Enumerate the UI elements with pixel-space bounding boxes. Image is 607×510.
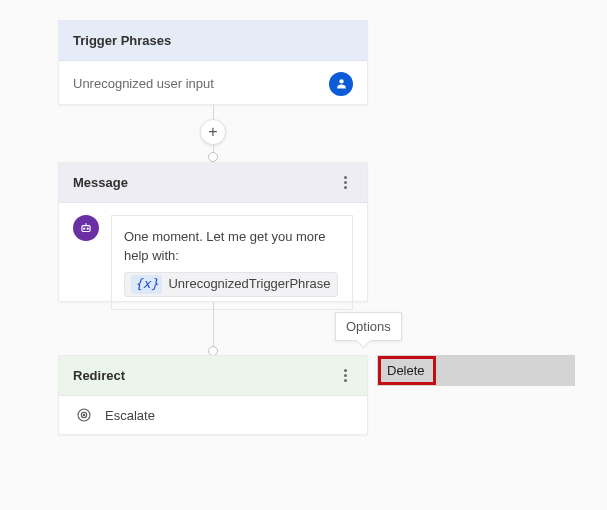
more-options-icon[interactable]	[338, 170, 353, 195]
escalate-icon	[75, 406, 93, 424]
connector-dot	[208, 152, 218, 162]
add-node-button[interactable]: +	[200, 119, 226, 145]
trigger-header: Trigger Phrases	[59, 21, 367, 61]
svg-point-0	[339, 79, 343, 83]
variable-token[interactable]: {x} UnrecognizedTriggerPhrase	[124, 272, 338, 297]
redirect-body: Escalate	[59, 396, 367, 434]
message-content[interactable]: One moment. Let me get you more help wit…	[111, 215, 353, 310]
variable-badge-icon: {x}	[131, 275, 162, 294]
tooltip-text: Options	[346, 319, 391, 334]
message-node[interactable]: Message One moment. Let me get you more …	[58, 162, 368, 302]
context-menu: Delete	[377, 355, 575, 386]
trigger-phrase-text: Unrecognized user input	[73, 76, 214, 91]
redirect-node[interactable]: Redirect Escalate	[58, 355, 368, 435]
delete-label: Delete	[387, 363, 425, 378]
message-header: Message	[59, 163, 367, 203]
plus-icon: +	[208, 123, 217, 141]
redirect-action: Escalate	[105, 408, 155, 423]
trigger-body: Unrecognized user input	[59, 61, 367, 106]
message-title: Message	[73, 175, 128, 190]
redirect-title: Redirect	[73, 368, 125, 383]
svg-point-3	[87, 228, 88, 229]
trigger-title: Trigger Phrases	[73, 33, 171, 48]
variable-name: UnrecognizedTriggerPhrase	[168, 275, 330, 294]
redirect-header: Redirect	[59, 356, 367, 396]
delete-menu-item[interactable]: Delete	[381, 359, 433, 382]
svg-point-6	[83, 414, 85, 416]
message-text: One moment. Let me get you more help wit…	[124, 228, 340, 266]
more-options-icon[interactable]	[338, 363, 353, 388]
bot-icon	[73, 215, 99, 241]
user-icon	[329, 72, 353, 96]
svg-point-2	[84, 228, 85, 229]
options-tooltip: Options	[335, 312, 402, 341]
trigger-node[interactable]: Trigger Phrases Unrecognized user input	[58, 20, 368, 105]
